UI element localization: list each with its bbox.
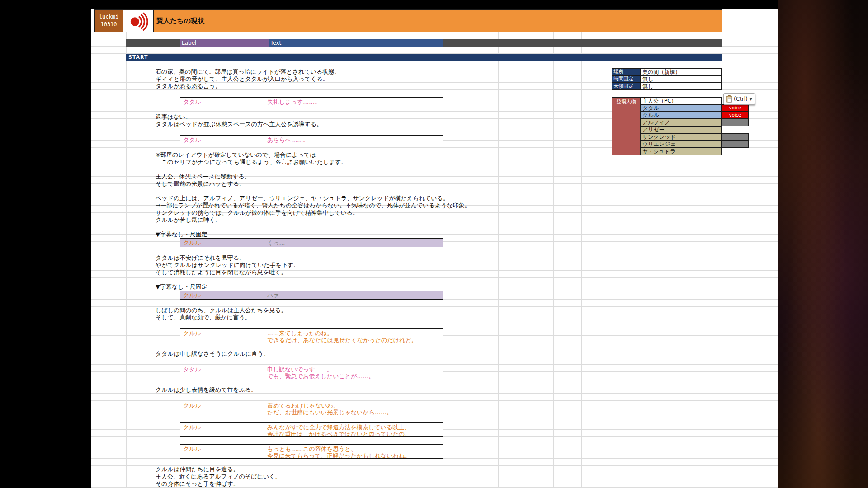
weather-fixed-row: 天候固定 無し [612, 83, 749, 90]
page-title: 賢人たちの現状 [156, 17, 722, 25]
script-line: そして眼前の光景にハッとする。 [154, 180, 755, 188]
blank-row [154, 188, 755, 195]
dialogue-box[interactable]: クルルみんながすでに全力で帰還方法を模索している以上、余計な重圧は、かけるべきで… [180, 422, 443, 437]
dialogue-box[interactable]: クルル責めてるわけじゃないわ。ただ、お世辞にもいい光景じゃないから……。 [180, 401, 443, 415]
script-line: そして、真剣な顔で、厳かに言う。 [154, 314, 755, 321]
dialogue-text-cell: みんながすでに全力で帰還方法を模索している以上、余計な重圧は、かけるべきではない… [267, 423, 443, 436]
script-line: ベッドの上には、アルフィノ、アリゼー、ウリエンジェ、ヤ・シュトラ、サンクレッドが… [154, 195, 755, 202]
character-name-cell[interactable]: 主人公（PC） [641, 97, 722, 104]
dialogue-box[interactable]: タタルあちらへ……。 [180, 135, 443, 144]
character-row: サンクレッド [641, 133, 749, 141]
character-name-cell[interactable]: タタル [641, 104, 722, 112]
character-name-cell[interactable]: サンクレッド [641, 133, 722, 141]
location-value-cell[interactable]: 奥の間（新規） [641, 68, 722, 75]
script-line: このセリフがナシになっても通じるよう、各言語お願いいたします。 [154, 159, 755, 166]
speaker-name-cell: タタル [180, 98, 267, 106]
dialogue-text-cell: もっとも……この容体を思うと、今見に来てもらって、正解だったかもしれないわね。 [267, 445, 443, 458]
dialogue-box[interactable]: クルルくっ… [180, 238, 443, 247]
character-name-cell[interactable]: アルフィノ [641, 119, 722, 126]
label-column-header: Label [180, 39, 269, 47]
blank-row [154, 437, 755, 444]
script-line: クルルは仲間たちに目を遣る。 [154, 466, 755, 473]
character-name-cell[interactable]: クルル [641, 112, 722, 119]
script-line: クルルは少し表情を緩めて首をふる。 [154, 386, 755, 394]
dialogue-text-cell: くっ… [267, 239, 443, 247]
spreadsheet: luckmi 10310 ---------------------------… [91, 9, 778, 488]
character-row: アリゼー [641, 126, 749, 133]
clipboard-icon [726, 95, 732, 103]
speaker-name-cell: クルル [180, 401, 267, 415]
character-name-cell[interactable]: ウリエンジェ [641, 141, 722, 148]
speaker-name-cell: クルル [180, 291, 267, 299]
sheet-id-cell: luckmi 10310 [94, 9, 123, 32]
script-line: クルルが苦し気に呻く。 [154, 216, 755, 224]
start-row: START [126, 54, 722, 61]
speaker-name-cell: クルル [180, 423, 267, 436]
speaker-name-cell: タタル [180, 365, 267, 379]
speaker-name-cell: クルル [180, 239, 267, 247]
location-label-cell: 場所 [612, 68, 641, 75]
background-artwork [778, 0, 868, 488]
character-row: ヤ・シュトラ [641, 148, 749, 155]
voice-logo-icon [129, 11, 148, 31]
dialogue-text-cell: 失礼しまっす……。 [267, 98, 443, 106]
characters-table: 登場人物 主人公（PC）タタルvoiceクルルvoiceアルフィノアリゼーサンク… [612, 97, 749, 155]
time-fixed-row: 時間固定 無し [612, 75, 749, 83]
time-fixed-label-cell: 時間固定 [612, 75, 641, 83]
character-row: アルフィノ [641, 119, 749, 126]
scene-marker: ▼字幕なし・尺固定 [154, 283, 755, 291]
script-line: タタルは不安げにそれを見守る。 [154, 254, 755, 262]
time-fixed-value-cell[interactable]: 無し [641, 75, 722, 83]
location-row: 場所 奥の間（新規） [612, 68, 749, 75]
script-line: サンクレッドの傍らでは、クルルが彼の体に手を向けて精神集中している。 [154, 209, 755, 216]
character-name-cell[interactable]: アリゼー [641, 126, 722, 133]
blank-row [154, 459, 755, 466]
dash-line-top: ----------------------------------------… [156, 11, 722, 17]
script-line: その身体にそっと手を伸ばす。 [154, 480, 755, 488]
blank-row [154, 343, 755, 350]
character-row: タタルvoice [641, 104, 749, 112]
column-header-bar: Label Text [126, 39, 722, 47]
speaker-name-cell: タタル [180, 136, 267, 144]
paste-button-label: (Ctrl) [734, 96, 748, 102]
title-bar: ----------------------------------------… [154, 9, 722, 32]
blank-row [154, 357, 755, 365]
sheet-id-line2: 10310 [95, 21, 123, 28]
script-line: 主人公、休憩スペースに移動する。 [154, 173, 755, 180]
blank-row [154, 166, 755, 173]
novoice-cell[interactable] [722, 119, 749, 126]
dialogue-text-cell: あちらへ……。 [267, 136, 443, 144]
dialogue-text-cell: 申し訳ないでっす……。でも、緊急でお伝えしたいことが……。 [267, 365, 443, 379]
dialogue-box[interactable]: クルル……来てしまったのね。できるだけ、あなたには見せたくなかったのだけれど。 [180, 328, 443, 343]
grid-vline [126, 32, 127, 488]
speaker-name-cell: クルル [180, 445, 267, 458]
blank-row [154, 321, 755, 328]
start-label: START [128, 54, 148, 60]
novoice-cell[interactable] [722, 133, 749, 141]
dialogue-box[interactable]: クルルもっとも……この容体を思うと、今見に来てもらって、正解だったかもしれないわ… [180, 444, 443, 459]
blank-row [154, 379, 755, 386]
weather-fixed-label-cell: 天候固定 [612, 83, 641, 90]
dialogue-box[interactable]: タタル失礼しまっす……。 [180, 97, 443, 106]
voice-badge[interactable]: voice [722, 112, 749, 119]
dialogue-text-cell: 責めてるわけじゃないわ。ただ、お世辞にもいい光景じゃないから……。 [267, 401, 443, 415]
dropdown-arrow-icon: ▼ [750, 97, 752, 101]
blank-row [154, 61, 755, 68]
dash-line-bottom: ----------------------------------------… [156, 25, 722, 31]
blank-row [154, 415, 755, 422]
voice-badge[interactable]: voice [722, 104, 749, 112]
script-line: 主人公、近くにあるアルフィノのそばにいく。 [154, 473, 755, 480]
weather-fixed-value-cell[interactable]: 無し [641, 83, 722, 90]
character-name-cell[interactable]: ヤ・シュトラ [641, 148, 722, 155]
script-line: そして消耗したように目を閉じながら息を吐く。 [154, 269, 755, 276]
dialogue-box[interactable]: タタル申し訳ないでっす……。でも、緊急でお伝えしたいことが……。 [180, 365, 443, 379]
novoice-cell[interactable] [722, 141, 749, 148]
blank-row [154, 224, 755, 231]
blank-row [154, 300, 755, 307]
paste-options-button[interactable]: (Ctrl) ▼ [723, 93, 755, 105]
blank-row [154, 394, 755, 401]
dialogue-text-cell: ハァ [267, 291, 443, 299]
dialogue-box[interactable]: クルルハァ [180, 291, 443, 300]
script-line: しばしの間ののち、クルルは主人公たちを見る。 [154, 307, 755, 314]
character-row: ウリエンジェ [641, 141, 749, 148]
